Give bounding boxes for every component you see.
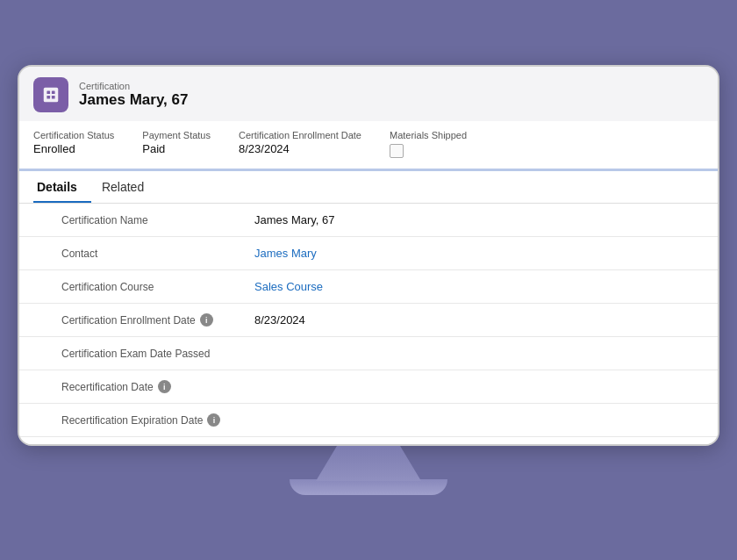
- enrollment-date-field-label: Certification Enrollment Date i: [61, 313, 254, 327]
- detail-row-contact: Contact James Mary: [19, 237, 718, 270]
- detail-row-certification-name: Certification Name James Mary, 67: [19, 204, 718, 237]
- payment-status-value: Paid: [142, 142, 211, 155]
- record-title: James Mary, 67: [79, 91, 188, 109]
- header-text: Certification James Mary, 67: [79, 81, 188, 109]
- course-label: Certification Course: [61, 281, 254, 293]
- svg-rect-2: [52, 90, 55, 94]
- tabs-container: Details Related: [19, 171, 718, 204]
- recertification-expiration-label: Recertification Expiration Date i: [61, 413, 254, 427]
- tab-related[interactable]: Related: [98, 171, 158, 203]
- details-section: Certification Name James Mary, 67 Contac…: [19, 204, 718, 444]
- detail-row-exam-date: Certification Exam Date Passed: [19, 337, 718, 370]
- enrollment-date-info-icon[interactable]: i: [200, 313, 213, 327]
- svg-rect-1: [47, 90, 50, 94]
- recertification-expiration-info-icon[interactable]: i: [207, 413, 220, 427]
- enrollment-date-field-value: 8/23/2024: [254, 313, 305, 327]
- enrollment-date-value: 8/23/2024: [239, 142, 361, 155]
- detail-row-recertification-expiration: Recertification Expiration Date i: [19, 404, 718, 437]
- monitor-stand: [316, 446, 421, 481]
- contact-label: Contact: [61, 248, 254, 260]
- recertification-date-info-icon[interactable]: i: [158, 380, 171, 393]
- exam-date-label: Certification Exam Date Passed: [61, 348, 254, 360]
- enrollment-date-label: Certification Enrollment Date: [239, 130, 361, 140]
- svg-rect-0: [44, 88, 59, 103]
- detail-row-course: Certification Course Sales Course: [19, 270, 718, 304]
- summary-bar: Certification Status Enrolled Payment St…: [19, 121, 718, 171]
- certification-status-label: Certification Status: [33, 130, 114, 140]
- payment-status-item: Payment Status Paid: [142, 130, 211, 158]
- enrollment-date-item: Certification Enrollment Date 8/23/2024: [239, 130, 361, 158]
- svg-rect-4: [52, 96, 55, 99]
- materials-shipped-label: Materials Shipped: [390, 130, 467, 140]
- certification-name-label: Certification Name: [61, 214, 254, 226]
- materials-shipped-item: Materials Shipped: [390, 130, 467, 158]
- header: Certification James Mary, 67: [19, 67, 718, 121]
- section-label: Certification: [79, 81, 188, 91]
- monitor-screen: Certification James Mary, 67 Certificati…: [18, 65, 719, 446]
- contact-value[interactable]: James Mary: [254, 247, 317, 260]
- course-value[interactable]: Sales Course: [254, 280, 323, 293]
- recertification-date-label: Recertification Date i: [61, 380, 254, 393]
- certification-status-value: Enrolled: [33, 142, 114, 155]
- payment-status-label: Payment Status: [142, 130, 211, 140]
- monitor-base: [290, 479, 447, 495]
- app-icon: [33, 77, 68, 112]
- detail-row-enrollment-date: Certification Enrollment Date i 8/23/202…: [19, 304, 718, 337]
- certification-status-item: Certification Status Enrolled: [33, 130, 114, 158]
- certification-name-value: James Mary, 67: [254, 213, 335, 226]
- tab-details[interactable]: Details: [33, 171, 91, 203]
- svg-rect-3: [47, 96, 50, 99]
- detail-row-recertification-date: Recertification Date i: [19, 370, 718, 404]
- materials-shipped-checkbox[interactable]: [390, 144, 404, 158]
